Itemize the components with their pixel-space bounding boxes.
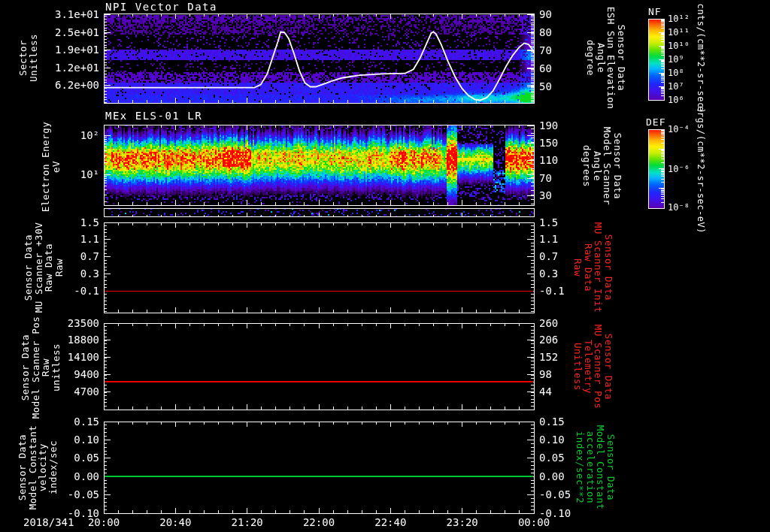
panel-frame: [105, 422, 535, 514]
y-tick-label-right: 70: [539, 45, 598, 56]
nf-colorbar-tick-label: 10⁹: [668, 55, 713, 65]
y-tick-label-left: 6.2e+00: [30, 80, 99, 91]
y-tick-label-left: 9400: [30, 369, 99, 380]
y-tick-label-right: 30: [539, 190, 598, 201]
y-tick-label-left: 1.9e+01: [30, 44, 99, 56]
x-tick-label: 20:40: [151, 516, 199, 528]
y-tick-label-right: 60: [539, 63, 598, 74]
y-tick-label-right: 0.7: [539, 251, 598, 262]
panel-title-els: MEx ELS-01 LR: [105, 110, 202, 122]
y-tick-label-left: 1.1: [30, 234, 99, 245]
y-tick-label-right: 1.1: [539, 234, 598, 245]
y-tick-label-right: 44: [539, 386, 598, 397]
y-tick-label-left: 18800: [30, 334, 99, 346]
y-tick-label-left: 0.15: [30, 416, 99, 428]
def-colorbar-tick-label: 10⁻⁶: [668, 165, 713, 174]
panel-title-npi: NPI Vector Data: [105, 1, 217, 13]
y-tick-label-right: 0.00: [539, 471, 598, 482]
nf-colorbar-tick-label: 10¹²: [668, 14, 713, 24]
y-tick-label-right: 90: [539, 9, 598, 20]
y-tick-label-left: 4700: [30, 386, 99, 397]
nf-colorbar-title: NF: [648, 6, 662, 17]
y-tick-label-left: 2.5e+01: [30, 27, 99, 38]
x-tick-label: 23:20: [438, 516, 487, 528]
y-tick-label-right: 260: [539, 318, 598, 329]
y-tick-label-right: 110: [539, 155, 598, 166]
y-tick-label-left: 10²: [30, 130, 99, 141]
y-tick-label-left: 10¹: [30, 169, 99, 180]
def-colorbar-tick-label: 10⁻⁴: [668, 125, 713, 135]
y-tick-label-right: 150: [539, 138, 598, 149]
y-tick-label-left: 23500: [30, 318, 99, 329]
y-tick-label-left: 0.10: [30, 434, 99, 446]
x-tick-label: 21:20: [223, 516, 271, 528]
def-colorbar-tick-label: 10⁻⁸: [668, 203, 713, 213]
y-tick-label-right: 70: [539, 173, 598, 184]
def-colorbar-title: DEF: [646, 116, 665, 128]
y-tick-label-left: 14100: [30, 352, 99, 363]
panel-frame: [105, 14, 535, 104]
nf-colorbar-tick-label: 10¹⁰: [668, 41, 713, 51]
y-tick-label-left: 0.7: [30, 251, 99, 262]
nf-colorbar-tick-label: 10⁶: [668, 95, 713, 105]
npi-right-axis-label: Sensor Data ESH Sun Elevation Angle degr…: [586, 7, 626, 109]
y-tick-label-right: 80: [539, 27, 598, 38]
x-tick-label: 22:00: [295, 516, 343, 528]
y-tick-label-left: -0.1: [30, 286, 99, 297]
y-tick-label-right: 0.15: [539, 416, 598, 428]
nf-colorbar-tick-label: 10⁸: [668, 68, 713, 78]
y-tick-label-left: 0.3: [30, 268, 99, 280]
y-tick-label-right: 1.5: [539, 217, 598, 228]
sun-elevation-curve: [104, 32, 534, 100]
panel-frame: [105, 324, 535, 410]
axes-overlay: [0, 0, 770, 532]
panel-frame: [105, 223, 535, 313]
y-tick-label-right: 0.3: [539, 268, 598, 280]
y-tick-label-right: -0.05: [539, 489, 598, 500]
y-tick-label-left: 1.2e+01: [30, 62, 99, 74]
y-tick-label-right: 0.05: [539, 452, 598, 464]
x-tick-label: 22:40: [366, 516, 414, 528]
x-tick-label: 20:00: [80, 516, 128, 528]
y-tick-label-left: 0.05: [30, 452, 99, 464]
nf-colorbar-tick-label: 10⁷: [668, 82, 713, 92]
y-tick-label-right: 50: [539, 81, 598, 92]
y-tick-label-right: 98: [539, 369, 598, 380]
y-tick-label-left: 0.00: [30, 471, 99, 482]
y-tick-label-right: 152: [539, 352, 598, 363]
y-tick-label-left: -0.05: [30, 489, 99, 500]
nf-colorbar-tick-label: 10¹¹: [668, 28, 713, 38]
scanpos-left-axis-label: Sensor Data Model Scanner Pos Raw unitle…: [20, 316, 61, 419]
npi-left-axis-label: Sector Unitless: [18, 34, 38, 82]
panel-frame: [105, 125, 535, 206]
y-tick-label-left: 3.1e+01: [30, 9, 99, 20]
y-tick-label-right: 206: [539, 334, 598, 346]
science-plot-screen: NPI Vector Data MEx ELS-01 LR Sector Uni…: [0, 0, 770, 532]
y-tick-label-left: 1.5: [30, 217, 99, 228]
y-tick-label-right: 190: [539, 120, 598, 131]
y-tick-label-right: -0.1: [539, 286, 598, 297]
x-tick-label: 00:00: [510, 516, 558, 528]
y-tick-label-right: 0.10: [539, 434, 598, 446]
